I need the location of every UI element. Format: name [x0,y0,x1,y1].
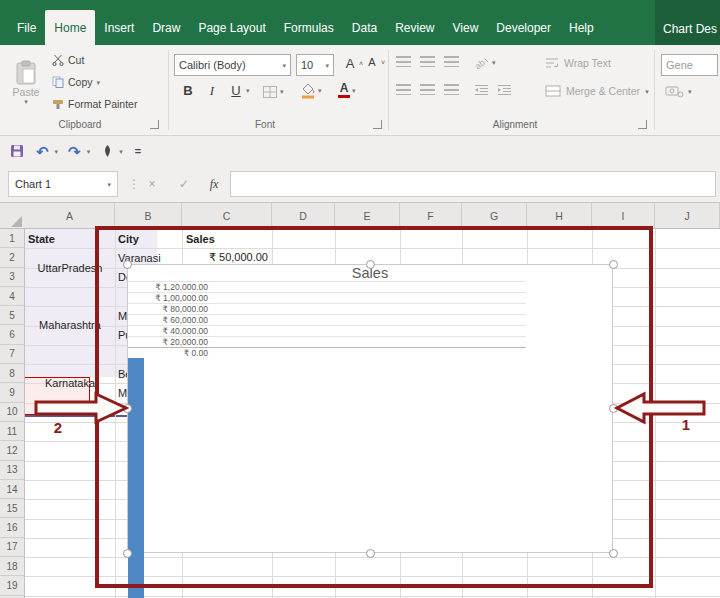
align-left-icon[interactable] [396,84,411,95]
accounting-dropdown-icon: ▾ [688,88,692,95]
paste-icon [15,60,37,86]
annotation-rectangle [95,226,653,588]
fill-color-button[interactable]: ▾ [300,82,322,99]
align-center-icon[interactable] [420,84,435,95]
arrow-1-label: 1 [678,416,694,433]
row-header-5[interactable]: 5 [0,306,24,325]
row-header-10[interactable]: 10 [0,403,24,422]
select-all-button[interactable] [11,216,22,227]
ribbon-tab-bar: FileHomeInsertDrawPage LayoutFormulasDat… [0,0,720,45]
format-painter-button[interactable]: Format Painter [52,98,137,110]
row-header-8[interactable]: 8 [0,364,24,383]
row-header-11[interactable]: 11 [0,422,24,441]
save-icon[interactable] [10,144,24,158]
merge-center-button[interactable]: Merge & Center ▾ [545,85,649,97]
orientation-button[interactable]: ab ▾ [474,55,496,69]
column-header-D[interactable]: D [272,203,335,228]
row-header-15[interactable]: 15 [0,499,24,518]
tab-insert[interactable]: Insert [95,10,143,45]
name-box[interactable]: Chart 1 ▾ [8,171,118,197]
wrap-text-button[interactable]: Wrap Text [545,57,611,69]
row-header-7[interactable]: 7 [0,345,24,364]
column-header-H[interactable]: H [527,203,592,228]
undo-dropdown-icon[interactable]: ▾ [55,148,59,155]
align-middle-icon[interactable] [420,56,435,67]
column-header-C[interactable]: C [182,203,272,228]
column-header-I[interactable]: I [592,203,655,228]
underline-button[interactable]: U ▾ [228,83,250,98]
cancel-button[interactable]: × [140,171,164,197]
insert-function-button[interactable]: fx [202,171,226,197]
font-group-label: Font [220,119,310,130]
italic-button[interactable]: I [204,83,220,99]
inking-icon[interactable] [102,144,113,158]
font-name-select[interactable]: Calibri (Body) ▾ [174,54,291,76]
ribbon: Paste ▾ Cut Copy ▾ Format Painter [0,45,720,136]
decrease-indent-icon[interactable] [474,84,489,96]
copy-dropdown-icon: ▾ [97,79,101,86]
paste-button[interactable]: Paste ▾ [6,51,46,113]
tab-developer[interactable]: Developer [487,10,560,45]
tab-data[interactable]: Data [343,10,386,45]
row-header-18[interactable]: 18 [0,557,24,576]
borders-button[interactable]: ▾ [262,84,284,99]
dialog-launcher-clipboard[interactable] [150,120,159,129]
tab-view[interactable]: View [444,10,488,45]
row-header-14[interactable]: 14 [0,480,24,499]
dialog-launcher-font[interactable] [373,120,382,129]
decrease-font-size-button[interactable]: A˅ [364,56,385,68]
cut-button[interactable]: Cut [52,54,84,66]
inking-dropdown-icon[interactable]: ▾ [119,148,123,155]
redo-dropdown-icon[interactable]: ▾ [87,148,91,155]
row-header-19[interactable]: 19 [0,576,24,595]
align-right-icon[interactable] [444,84,459,95]
row-header-9[interactable]: 9 [0,383,24,402]
copy-button[interactable]: Copy ▾ [52,76,100,88]
column-header-G[interactable]: G [462,203,527,228]
row-header-13[interactable]: 13 [0,461,24,480]
formula-input[interactable] [230,171,716,197]
font-color-button[interactable]: A ▾ [338,82,356,98]
row-header-17[interactable]: 17 [0,538,24,557]
undo-button[interactable]: ↶ [36,144,49,159]
font-size-select[interactable]: 10 ▾ [296,54,334,76]
align-top-icon[interactable] [396,56,411,67]
row-header-2[interactable]: 2 [0,248,24,267]
accounting-format-button[interactable]: ▾ [665,85,692,98]
decrease-font-letter: A [364,56,380,68]
increase-font-size-button[interactable]: A˄ [342,56,363,71]
customize-qat-icon[interactable]: = [135,145,141,157]
increase-indent-icon[interactable] [497,84,512,96]
align-bottom-icon[interactable] [444,56,459,67]
tab-draw[interactable]: Draw [143,10,189,45]
font-size-value: 10 [301,59,313,71]
font-name-dropdown-icon: ▾ [282,62,286,69]
underline-label: U [228,83,244,98]
row-header-6[interactable]: 6 [0,326,24,345]
tab-help[interactable]: Help [560,10,603,45]
wrap-text-label: Wrap Text [564,57,611,69]
column-header-J[interactable]: J [655,203,720,228]
tab-review[interactable]: Review [386,10,443,45]
format-painter-label: Format Painter [68,98,137,110]
enter-button[interactable]: ✓ [172,171,196,197]
cell-header-state[interactable]: State [28,229,55,248]
column-header-F[interactable]: F [400,203,462,228]
column-header-A[interactable]: A [25,203,115,228]
tab-formulas[interactable]: Formulas [275,10,343,45]
redo-button[interactable]: ↷ [68,144,81,159]
bold-button[interactable]: B [180,83,196,98]
number-format-select[interactable]: Gene [661,54,718,76]
tab-file[interactable]: File [8,10,45,45]
tab-chart-design[interactable]: Chart Des [655,0,720,45]
row-header-12[interactable]: 12 [0,441,24,460]
column-header-B[interactable]: B [115,203,182,228]
tab-page-layout[interactable]: Page Layout [189,10,274,45]
row-header-4[interactable]: 4 [0,287,24,306]
tab-home[interactable]: Home [45,10,95,45]
column-header-E[interactable]: E [335,203,400,228]
row-header-16[interactable]: 16 [0,519,24,538]
row-header-3[interactable]: 3 [0,268,24,287]
row-header-1[interactable]: 1 [0,229,24,248]
dialog-launcher-alignment[interactable] [638,120,647,129]
